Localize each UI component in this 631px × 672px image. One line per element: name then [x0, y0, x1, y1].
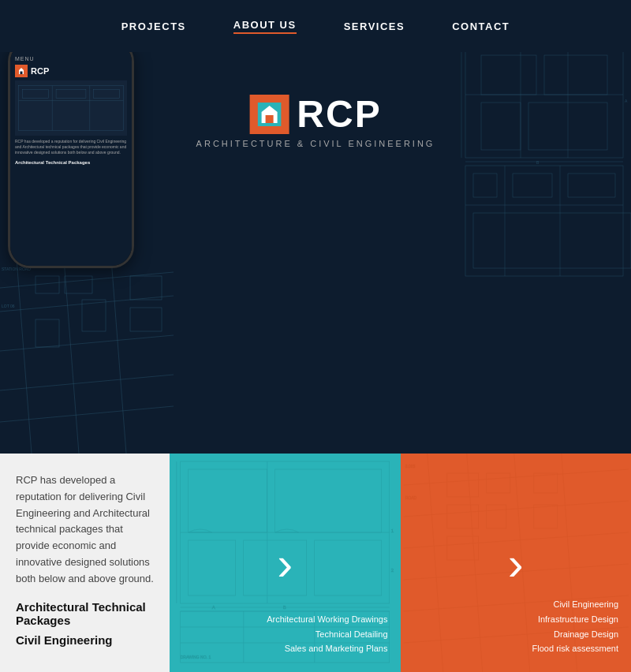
orange-label-2: Infrastructure Design	[532, 612, 618, 627]
svg-rect-30	[82, 300, 106, 331]
svg-rect-47	[189, 469, 267, 532]
svg-rect-41	[22, 89, 48, 98]
svg-rect-33	[130, 308, 162, 331]
svg-rect-80	[486, 473, 510, 493]
nav-contact[interactable]: CONTACT	[452, 21, 510, 32]
phone-link-text: Architectural Technical Packages	[15, 160, 127, 165]
svg-line-25	[0, 335, 174, 351]
teal-label-1: Architectural Working Drawings	[267, 612, 387, 627]
rcp-logo-subtitle: ARCHITECTURE & CIVIL ENGINEERING	[196, 139, 435, 148]
teal-label-3: Sales and Marketing Plans	[267, 641, 387, 656]
phone-logo: RCP	[15, 65, 127, 77]
svg-rect-36	[21, 72, 23, 75]
svg-rect-14	[568, 174, 615, 197]
nav-services[interactable]: SERVICES	[344, 21, 405, 32]
svg-text:DRAWING NO. 1: DRAWING NO. 1	[181, 655, 211, 659]
svg-rect-49	[189, 540, 236, 595]
svg-text:A: A	[212, 605, 215, 610]
nav-about[interactable]: ABOUT US	[233, 19, 297, 34]
teal-service-card[interactable]: 1 2 A B DRAWING NO. 1 › Architectural Wo…	[170, 454, 401, 672]
blueprint-right: A B	[457, 32, 631, 284]
svg-text:LOT 06: LOT 06	[2, 304, 15, 308]
svg-rect-85	[446, 536, 478, 560]
teal-card-arrow: ›	[277, 536, 293, 590]
teal-card-labels: Architectural Working Drawings Technical…	[267, 612, 387, 656]
svg-line-75	[427, 454, 442, 672]
civil-engineering-link[interactable]: Civil Engineering	[16, 633, 154, 647]
rcp-logo-text: RCP	[297, 95, 381, 133]
orange-card-arrow: ›	[508, 536, 524, 590]
svg-text:3.005: 3.005	[405, 464, 415, 469]
orange-card-labels: Civil Engineering Infrastructure Design …	[532, 597, 618, 656]
orange-label-4: Flood risk assessment	[532, 641, 618, 656]
navigation: PROJECTS ABOUT US SERVICES CONTACT	[0, 0, 631, 52]
description-text: RCP has developed a reputation for deliv…	[16, 472, 154, 588]
svg-text:B: B	[536, 160, 540, 165]
phone-mockup: MENU RCP	[8, 39, 142, 276]
svg-rect-32	[130, 276, 162, 300]
text-panel: RCP has developed a reputation for deliv…	[0, 454, 170, 672]
svg-rect-8	[465, 166, 623, 276]
svg-rect-37	[19, 86, 124, 131]
phone-menu-label: MENU	[15, 56, 127, 62]
svg-line-24	[110, 248, 126, 454]
svg-line-76	[466, 454, 482, 672]
svg-rect-82	[446, 505, 478, 528]
svg-line-23	[63, 248, 79, 454]
center-logo: RCP ARCHITECTURE & CIVIL ENGINEERING	[196, 95, 435, 148]
svg-rect-31	[35, 319, 59, 347]
svg-rect-81	[533, 473, 557, 493]
svg-rect-48	[275, 469, 382, 532]
rcp-logo-icon	[249, 95, 289, 134]
bottom-section: RCP has developed a reputation for deliv…	[0, 454, 631, 672]
svg-rect-50	[244, 540, 307, 595]
svg-rect-79	[446, 473, 478, 497]
svg-line-21	[0, 296, 174, 312]
svg-rect-42	[56, 89, 86, 98]
svg-rect-13	[513, 174, 552, 197]
svg-rect-29	[65, 276, 92, 293]
svg-rect-1	[481, 55, 536, 95]
svg-text:B: B	[283, 605, 286, 610]
orange-label-3: Drainage Design	[532, 627, 618, 642]
nav-projects[interactable]: PROJECTS	[121, 21, 186, 32]
svg-text:ROAD: ROAD	[405, 495, 416, 500]
svg-text:2: 2	[391, 568, 394, 573]
svg-rect-2	[544, 55, 607, 95]
arch-packages-link[interactable]: Architectural Technical Packages	[16, 600, 154, 627]
svg-text:A: A	[625, 99, 628, 103]
svg-text:1: 1	[391, 528, 394, 533]
svg-rect-83	[486, 505, 506, 528]
orange-service-card[interactable]: 3.005 ROAD › Civil Engineering Infrastru…	[401, 454, 632, 672]
phone-body-text: RCP has developed a reputation for deliv…	[15, 139, 127, 155]
phone-image	[15, 80, 127, 136]
svg-rect-3	[481, 103, 521, 150]
svg-rect-12	[473, 174, 497, 197]
svg-rect-28	[35, 276, 59, 293]
svg-rect-84	[533, 505, 557, 528]
svg-rect-45	[265, 115, 273, 123]
phone-logo-icon	[15, 65, 28, 77]
svg-line-27	[0, 406, 174, 422]
svg-line-22	[16, 248, 32, 454]
svg-rect-15	[473, 213, 631, 268]
phone-logo-text: RCP	[31, 66, 49, 76]
blueprint-map: STATION ROAD LOT 06	[0, 248, 174, 454]
svg-rect-51	[315, 540, 382, 595]
svg-line-70	[403, 501, 628, 517]
hero-section: A B ST	[0, 0, 631, 454]
svg-rect-43	[93, 89, 119, 98]
orange-label-1: Civil Engineering	[532, 597, 618, 612]
teal-label-2: Technical Detailing	[267, 627, 387, 642]
